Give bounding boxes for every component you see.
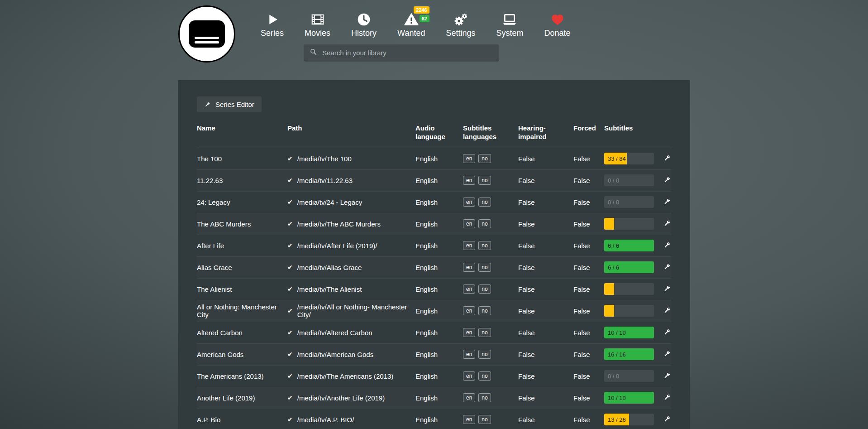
- series-path: ✔ /media/tv/The Americans (2013): [287, 372, 415, 380]
- hearing-impaired-value: False: [518, 394, 573, 402]
- language-badge: no: [478, 284, 491, 294]
- language-badge: no: [478, 241, 491, 250]
- nav-wanted[interactable]: 224662Wanted: [397, 12, 425, 38]
- series-name[interactable]: 24: Legacy: [197, 198, 287, 206]
- nav-history[interactable]: History: [351, 12, 377, 38]
- check-icon: ✔: [287, 221, 293, 227]
- series-name[interactable]: After Life: [197, 242, 287, 250]
- nav-movies[interactable]: Movies: [305, 12, 330, 38]
- subtitles-progress-bar: 13 / 26: [604, 414, 654, 425]
- language-badge: en: [463, 415, 475, 424]
- table-row: American Gods ✔ /media/tv/American Gods …: [197, 343, 671, 365]
- edit-series-button[interactable]: [663, 371, 671, 381]
- nav-series[interactable]: Series: [261, 12, 284, 38]
- series-name[interactable]: Alias Grace: [197, 264, 287, 271]
- forced-value: False: [573, 416, 604, 424]
- series-name[interactable]: Another Life (2019): [197, 394, 287, 402]
- series-name[interactable]: All or Nothing: Manchester City: [197, 303, 287, 318]
- audio-language-value: English: [415, 351, 463, 358]
- series-name[interactable]: American Gods: [197, 351, 287, 358]
- language-badge: no: [478, 263, 491, 272]
- check-icon: ✔: [287, 264, 293, 270]
- app-logo[interactable]: [178, 5, 235, 63]
- series-path: ✔ /media/tv/24 - Legacy: [287, 198, 415, 206]
- edit-series-button[interactable]: [663, 263, 671, 272]
- subtitles-progress-bar: 33 / 84: [604, 153, 654, 164]
- series-name[interactable]: 11.22.63: [197, 177, 287, 184]
- nav-label: Wanted: [397, 29, 425, 38]
- nav-system[interactable]: System: [496, 12, 523, 38]
- series-name[interactable]: The ABC Murders: [197, 220, 287, 228]
- language-badge: en: [463, 241, 475, 250]
- film-icon: [310, 12, 325, 27]
- series-name[interactable]: Altered Carbon: [197, 329, 287, 337]
- audio-language-value: English: [415, 220, 463, 228]
- edit-series-button[interactable]: [663, 328, 671, 337]
- language-badge: en: [463, 284, 475, 294]
- language-badge: no: [478, 176, 491, 185]
- page: SeriesMoviesHistory224662WantedSettingsS…: [0, 0, 868, 429]
- hearing-impaired-value: False: [518, 285, 573, 293]
- subtitles-progress-bar: 10 / 10: [604, 327, 654, 338]
- nav-settings[interactable]: Settings: [446, 12, 475, 38]
- subtitles-progress-bar: [604, 305, 654, 317]
- audio-language-value: English: [415, 285, 463, 293]
- series-editor-button[interactable]: Series Editor: [197, 96, 262, 112]
- edit-series-button[interactable]: [663, 176, 671, 185]
- edit-series-button[interactable]: [663, 415, 671, 424]
- subtitles-progress-bar: 0 / 0: [604, 174, 654, 186]
- subtitles-languages-value: enno: [463, 328, 518, 337]
- search-bar[interactable]: [304, 44, 499, 61]
- subtitles-progress-label: 10 / 10: [608, 329, 626, 336]
- edit-series-button[interactable]: [663, 241, 671, 251]
- wrench-icon: [663, 371, 671, 381]
- subtitles-languages-value: enno: [463, 371, 518, 381]
- hearing-impaired-value: False: [518, 155, 573, 163]
- language-badge: no: [478, 415, 491, 424]
- check-icon: ✔: [287, 329, 293, 336]
- series-path-text: /media/tv/American Gods: [297, 351, 373, 358]
- series-path-text: /media/tv/All or Nothing- Manchester Cit…: [297, 303, 410, 318]
- table-row: Another Life (2019) ✔ /media/tv/Another …: [197, 387, 671, 409]
- edit-series-button[interactable]: [663, 350, 671, 359]
- edit-series-button[interactable]: [663, 219, 671, 229]
- wrench-icon: [663, 393, 671, 403]
- search-input[interactable]: [321, 48, 493, 57]
- subtitles-progress-label: 33 / 84: [608, 155, 626, 162]
- series-path-text: /media/tv/The Americans (2013): [297, 372, 394, 380]
- wanted-count-badge: 2246: [414, 6, 429, 14]
- edit-series-button[interactable]: [663, 393, 671, 403]
- series-name[interactable]: A.P. Bio: [197, 416, 287, 424]
- audio-language-value: English: [415, 155, 463, 163]
- wrench-icon: [204, 101, 211, 108]
- series-name[interactable]: The Alienist: [197, 285, 287, 293]
- edit-series-button[interactable]: [663, 306, 671, 316]
- hearing-impaired-value: False: [518, 351, 573, 358]
- column-header-name: Name: [197, 124, 287, 133]
- heart-icon: [550, 12, 565, 27]
- forced-value: False: [573, 177, 604, 184]
- language-badge: no: [478, 350, 491, 359]
- hearing-impaired-value: False: [518, 307, 573, 315]
- subtitles-languages-value: enno: [463, 350, 518, 359]
- check-icon: ✔: [287, 199, 293, 205]
- table-row: Altered Carbon ✔ /media/tv/Altered Carbo…: [197, 322, 671, 343]
- series-name[interactable]: The Americans (2013): [197, 372, 287, 380]
- series-path-text: /media/tv/11.22.63: [297, 177, 353, 184]
- nav-label: Series: [261, 29, 284, 38]
- table-row: 24: Legacy ✔ /media/tv/24 - Legacy Engli…: [197, 191, 671, 213]
- edit-series-button[interactable]: [663, 154, 671, 164]
- subtitles-progress-label: 0 / 0: [608, 177, 619, 184]
- series-path: ✔ /media/tv/American Gods: [287, 351, 415, 358]
- subtitles-languages-value: enno: [463, 263, 518, 272]
- edit-series-button[interactable]: [663, 198, 671, 207]
- column-header-hearing-impaired: Hearing- impaired: [518, 124, 573, 141]
- table-row: 11.22.63 ✔ /media/tv/11.22.63 English en…: [197, 169, 671, 191]
- edit-series-button[interactable]: [663, 284, 671, 294]
- nav-donate[interactable]: Donate: [544, 12, 571, 38]
- table-header-row: Name Path Audio language Subtitles langu…: [197, 124, 671, 148]
- hearing-impaired-value: False: [518, 264, 573, 271]
- series-path-text: /media/tv/24 - Legacy: [297, 198, 362, 206]
- table-row: The ABC Murders ✔ /media/tv/The ABC Murd…: [197, 213, 671, 235]
- series-name[interactable]: The 100: [197, 155, 287, 163]
